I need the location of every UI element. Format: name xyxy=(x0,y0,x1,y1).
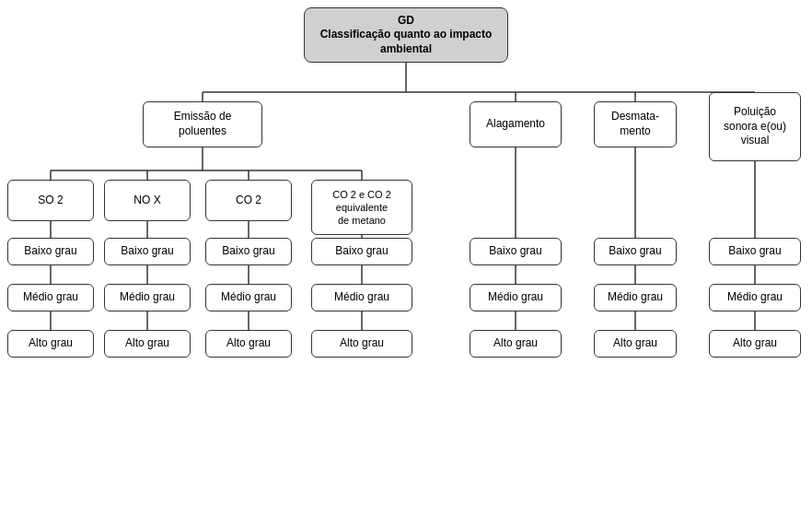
leaf-desm-baixo: Baixo grau xyxy=(594,238,677,265)
leaf-co2-medio: Médio grau xyxy=(205,284,292,311)
leaf-nox-medio: Médio grau xyxy=(104,284,191,311)
leaf-pol-alto: Alto grau xyxy=(709,330,801,358)
leaf-alag-alto: Alto grau xyxy=(470,330,562,358)
leaf-pol-medio: Médio grau xyxy=(709,284,801,311)
leaf-desm-alto: Alto grau xyxy=(594,330,677,358)
leaf-co2m-medio: Médio grau xyxy=(311,284,412,311)
node-so2: SO 2 xyxy=(7,180,94,221)
leaf-alag-baixo: Baixo grau xyxy=(470,238,562,265)
leaf-so2-medio: Médio grau xyxy=(7,284,94,311)
node-co2metano: CO 2 e CO 2equivalentede metano xyxy=(311,180,412,235)
leaf-pol-baixo: Baixo grau xyxy=(709,238,801,265)
node-alagamento: Alagamento xyxy=(470,101,562,147)
node-desmatamento: Desmata-mento xyxy=(594,101,677,147)
tree-diagram: GD Classificação quanto ao impacto ambie… xyxy=(0,0,812,505)
root-label-bold: GD xyxy=(309,14,503,29)
leaf-so2-baixo: Baixo grau xyxy=(7,238,94,265)
root-label: Classificação quanto ao impacto ambienta… xyxy=(309,28,503,56)
node-nox: NO X xyxy=(104,180,191,221)
leaf-so2-alto: Alto grau xyxy=(7,330,94,358)
leaf-co2m-alto: Alto grau xyxy=(311,330,412,358)
leaf-co2-baixo: Baixo grau xyxy=(205,238,292,265)
leaf-nox-alto: Alto grau xyxy=(104,330,191,358)
leaf-desm-medio: Médio grau xyxy=(594,284,677,311)
node-emissao: Emissão depoluentes xyxy=(143,101,262,147)
node-poluicao: Poluiçãosonora e(ou)visual xyxy=(709,92,801,161)
node-co2: CO 2 xyxy=(205,180,292,221)
leaf-alag-medio: Médio grau xyxy=(470,284,562,311)
root-node: GD Classificação quanto ao impacto ambie… xyxy=(304,7,508,63)
leaf-nox-baixo: Baixo grau xyxy=(104,238,191,265)
leaf-co2-alto: Alto grau xyxy=(205,330,292,358)
leaf-co2m-baixo: Baixo grau xyxy=(311,238,412,265)
